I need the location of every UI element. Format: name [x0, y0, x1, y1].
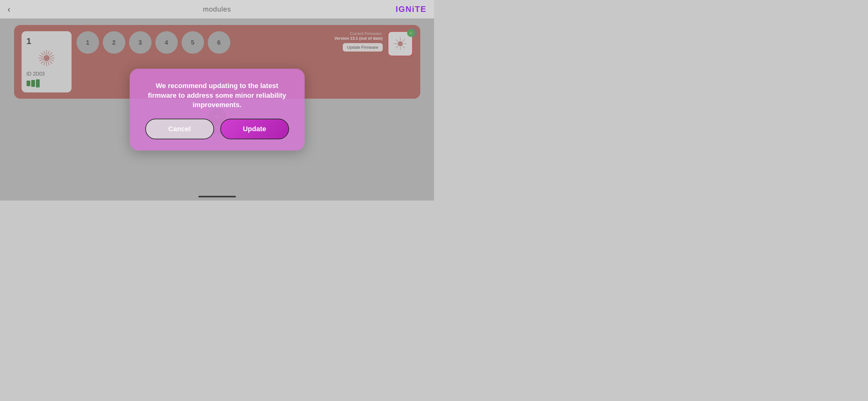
dialog-message: We recommend updating to the latest firm…	[145, 81, 289, 110]
dialog-buttons: Cancel Update	[145, 119, 289, 139]
main-area: ✏ 1	[0, 19, 434, 201]
firmware-update-dialog: We recommend updating to the latest firm…	[130, 69, 305, 151]
cancel-button[interactable]: Cancel	[145, 119, 214, 139]
update-button[interactable]: Update	[220, 119, 289, 139]
back-button[interactable]: ‹	[7, 4, 10, 14]
page-title: modules	[203, 5, 231, 13]
header: ‹ modules IGNiTE	[0, 0, 434, 19]
dialog-overlay: We recommend updating to the latest firm…	[0, 19, 434, 201]
app-logo: IGNiTE	[396, 4, 427, 14]
